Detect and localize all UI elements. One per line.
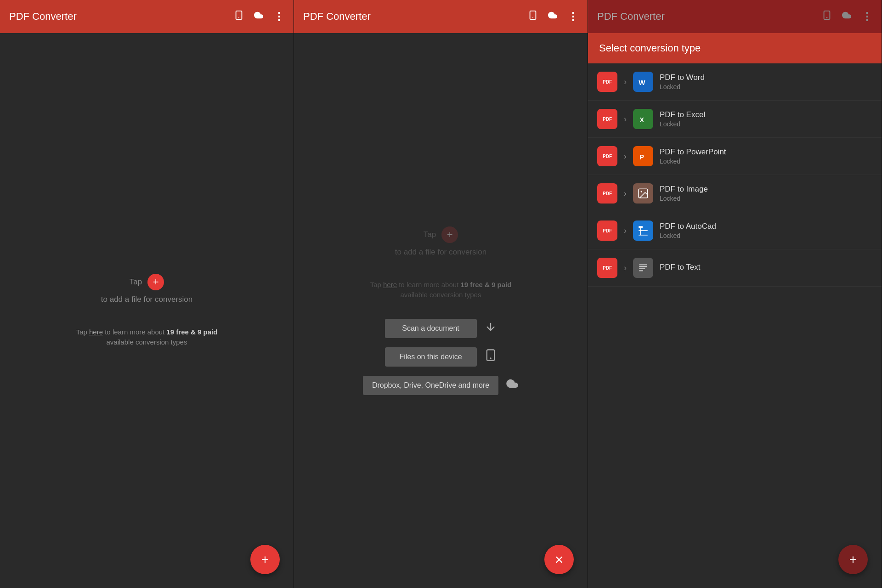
tap-row-2: Tap + xyxy=(424,226,458,243)
scan-row: Scan a document xyxy=(312,319,569,338)
panel-1: PDF Converter ⋮ Tap + to add a file for … xyxy=(0,0,294,588)
excel-icon: X xyxy=(633,109,653,129)
conversion-item-img[interactable]: PDF › PDF to Image Locked xyxy=(588,175,882,212)
pdf-badge-img: PDF xyxy=(597,183,617,204)
topbar-1: PDF Converter ⋮ xyxy=(0,0,294,33)
arrow-text: › xyxy=(624,263,627,273)
more-icon-1[interactable]: ⋮ xyxy=(273,10,284,23)
arrow-excel: › xyxy=(624,114,627,124)
add-file-button-2[interactable]: + xyxy=(441,226,458,243)
ppt-icon: P xyxy=(633,146,653,166)
conversion-name-ppt: PDF to PowerPoint xyxy=(660,147,872,157)
learn-prefix-1: Tap xyxy=(76,328,89,336)
conversion-name-img: PDF to Image xyxy=(660,185,872,194)
cloud-icon-2[interactable] xyxy=(547,10,558,23)
learn-more-1: Tap here to learn more about 19 free & 9… xyxy=(76,327,218,348)
conversion-list: PDF › W PDF to Word Locked PDF › X PDF t… xyxy=(588,63,882,287)
tap-row-1: Tap + xyxy=(130,274,164,290)
learn-here-1[interactable]: here xyxy=(89,328,103,336)
phone-icon-3[interactable] xyxy=(822,10,832,23)
learn-suffix-1: to learn more about xyxy=(103,328,166,336)
learn-end-1: available conversion types xyxy=(107,338,187,346)
tap-label-1: Tap xyxy=(130,277,142,287)
svg-text:X: X xyxy=(639,116,644,124)
app-title-3: PDF Converter xyxy=(597,11,813,23)
more-icon-3[interactable]: ⋮ xyxy=(861,10,872,23)
svg-text:W: W xyxy=(639,79,645,86)
word-icon: W xyxy=(633,72,653,92)
conversion-status-img: Locked xyxy=(660,195,872,202)
pdf-badge-excel: PDF xyxy=(597,109,617,129)
add-file-button-1[interactable]: + xyxy=(147,274,164,290)
cloud-storage-icon xyxy=(506,377,519,393)
add-file-text-2: to add a file for conversion xyxy=(395,248,486,257)
learn-suffix-2: to learn more about xyxy=(397,281,460,288)
learn-free-2: 19 free & 9 paid xyxy=(460,281,511,288)
learn-here-2[interactable]: here xyxy=(383,281,397,288)
svg-text:P: P xyxy=(639,153,644,161)
cloud-icon-1[interactable] xyxy=(253,10,264,23)
panel1-content: Tap + to add a file for conversion Tap h… xyxy=(0,33,294,588)
learn-free-1: 19 free & 9 paid xyxy=(166,328,217,336)
conversion-status-autocad: Locked xyxy=(660,232,872,239)
pdf-badge-word: PDF xyxy=(597,72,617,92)
tap-section-2: Tap + to add a file for conversion xyxy=(395,226,486,257)
conversion-item-ppt[interactable]: PDF › P PDF to PowerPoint Locked xyxy=(588,138,882,175)
more-icon-2[interactable]: ⋮ xyxy=(567,10,578,23)
cloud-button[interactable]: Dropbox, Drive, OneDrive and more xyxy=(363,376,498,395)
panel-3: PDF Converter ⋮ Select conversion type P… xyxy=(588,0,882,588)
panel3-main: Select conversion type PDF › W PDF to Wo… xyxy=(588,33,882,588)
conversion-name-autocad: PDF to AutoCad xyxy=(660,222,872,231)
phone-icon-1[interactable] xyxy=(234,10,244,23)
conversion-item-excel[interactable]: PDF › X PDF to Excel Locked xyxy=(588,101,882,138)
learn-end-2: available conversion types xyxy=(401,291,481,299)
cloud-row: Dropbox, Drive, OneDrive and more xyxy=(312,376,569,395)
conversion-info-img: PDF to Image Locked xyxy=(660,185,872,202)
fab-1[interactable]: + xyxy=(250,545,280,574)
text-icon xyxy=(633,258,653,278)
conversion-status-ppt: Locked xyxy=(660,158,872,165)
conversion-name-excel: PDF to Excel xyxy=(660,110,872,119)
fab-2[interactable]: × xyxy=(544,545,574,574)
arrow-img: › xyxy=(624,189,627,198)
phone-icon-2[interactable] xyxy=(528,10,538,23)
tap-label-2: Tap xyxy=(424,230,436,239)
arrow-ppt: › xyxy=(624,152,627,161)
autocad-icon xyxy=(633,220,653,241)
conversion-info-word: PDF to Word Locked xyxy=(660,73,872,90)
conversion-item-autocad[interactable]: PDF › PDF to AutoCad Locked xyxy=(588,212,882,249)
svg-point-13 xyxy=(641,191,642,192)
conversion-info-autocad: PDF to AutoCad Locked xyxy=(660,222,872,239)
files-row: Files on this device xyxy=(312,347,569,367)
arrow-word: › xyxy=(624,77,627,87)
pdf-badge-autocad: PDF xyxy=(597,220,617,241)
pdf-badge-ppt: PDF xyxy=(597,146,617,166)
learn-more-2: Tap here to learn more about 19 free & 9… xyxy=(370,280,512,300)
app-title-2: PDF Converter xyxy=(303,11,519,23)
conversion-info-excel: PDF to Excel Locked xyxy=(660,110,872,128)
conversion-status-excel: Locked xyxy=(660,120,872,128)
add-file-text-1: to add a file for conversion xyxy=(101,295,192,304)
conversion-name-word: PDF to Word xyxy=(660,73,872,82)
conversion-status-word: Locked xyxy=(660,83,872,90)
files-button[interactable]: Files on this device xyxy=(385,347,477,367)
conversion-header: Select conversion type xyxy=(588,33,882,63)
conversion-item-text[interactable]: PDF › PDF to Text xyxy=(588,249,882,287)
panel-2: PDF Converter ⋮ Tap + to add a file for … xyxy=(294,0,588,588)
conversion-item-word[interactable]: PDF › W PDF to Word Locked xyxy=(588,63,882,101)
action-menu: Scan a document Files on this device Dro… xyxy=(294,319,588,395)
topbar-2: PDF Converter ⋮ xyxy=(294,0,588,33)
scan-button[interactable]: Scan a document xyxy=(385,319,477,338)
arrow-autocad: › xyxy=(624,226,627,236)
cloud-icon-3[interactable] xyxy=(841,10,852,23)
learn-prefix-2: Tap xyxy=(370,281,383,288)
panel2-content: Tap + to add a file for conversion Tap h… xyxy=(294,33,588,588)
img-icon xyxy=(633,183,653,204)
tap-section-1: Tap + to add a file for conversion xyxy=(101,274,192,304)
conversion-info-ppt: PDF to PowerPoint Locked xyxy=(660,147,872,165)
fab-3[interactable]: + xyxy=(838,545,868,574)
topbar-3: PDF Converter ⋮ xyxy=(588,0,882,33)
conversion-name-text: PDF to Text xyxy=(660,263,872,272)
pdf-badge-text: PDF xyxy=(597,258,617,278)
scan-icon xyxy=(484,320,497,336)
